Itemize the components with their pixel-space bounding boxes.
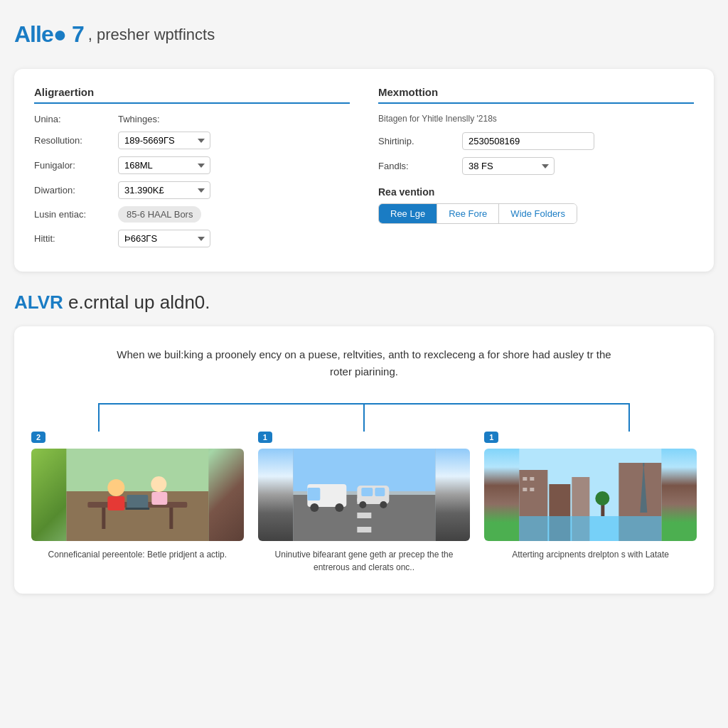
resolution-label: Resollution:: [34, 135, 112, 146]
hittit-label: Hittit:: [34, 233, 112, 244]
svg-rect-3: [102, 508, 105, 529]
v-line-right: [628, 403, 630, 432]
fandls-label: Fandls:: [378, 161, 456, 171]
row-shirtinip: Shirtinip. 2530508169: [378, 132, 694, 150]
unina-label: Unina:: [34, 114, 112, 124]
svg-point-39: [596, 491, 610, 505]
config-grid: Aligraertion Unina: Twhinges: Resollutio…: [34, 86, 694, 255]
resolution-select[interactable]: 189-5669ΓS: [118, 132, 210, 149]
diagram-card-3: 1: [484, 432, 697, 574]
card-3-caption: Atterting arcipnents drelpton s with Lat…: [512, 548, 669, 561]
svg-rect-18: [307, 488, 320, 500]
svg-point-25: [380, 501, 387, 508]
svg-point-24: [359, 501, 366, 508]
row-fandls: Fandls: 38 FS: [378, 157, 694, 175]
funigalor-select[interactable]: 168ML: [118, 156, 210, 174]
card-1-caption: Conneficanial pereentole: Betle pridjent…: [48, 548, 228, 561]
svg-rect-36: [523, 488, 528, 491]
diagram-image-1: [31, 449, 244, 541]
btn-ree-lge[interactable]: Ree Lge: [379, 204, 437, 223]
svg-rect-35: [530, 477, 535, 481]
app-logo: Alle● 7: [14, 21, 84, 48]
step-badge-2: 1: [258, 432, 272, 443]
hittit-select[interactable]: Þ663ΓS: [118, 230, 210, 247]
shirtinip-label: Shirtinip.: [378, 136, 456, 146]
btn-ree-fore[interactable]: Ree Fore: [437, 204, 499, 223]
heading-rest: e.crntal up aldn0.: [63, 291, 210, 313]
rea-vention-btn-group: Ree Lge Ree Fore Wide Folders: [378, 203, 577, 224]
step-badge-1: 2: [31, 432, 46, 443]
diagram: 2: [31, 403, 697, 574]
svg-rect-9: [127, 495, 148, 509]
svg-rect-16: [357, 527, 371, 532]
svg-point-20: [335, 503, 343, 512]
card-2-caption: Uninutive bifearant gene geth ar precep …: [258, 548, 471, 574]
info-card: When we buil:king a proonely ency on a p…: [14, 326, 714, 594]
svg-point-7: [151, 476, 166, 492]
twhinges-value: Twhinges:: [118, 114, 196, 124]
step-badge-3: 1: [484, 432, 498, 443]
left-section-title: Aligraertion: [34, 86, 350, 98]
funigalor-label: Funigalor:: [34, 160, 112, 171]
svg-rect-4: [169, 508, 173, 529]
svg-rect-34: [523, 477, 528, 481]
right-section-note: Bitagen for Yhitle Inenslly '218s: [378, 114, 694, 124]
diagram-image-2: [258, 449, 471, 541]
left-section-divider: Aligraertion: [34, 86, 350, 104]
section2-heading: ALVR e.crntal up aldn0.: [14, 291, 210, 313]
diwartion-label: Diwartion:: [34, 185, 112, 196]
info-description: When we buil:king a proonely ency on a p…: [115, 346, 613, 380]
row-funigalor: Funigalor: 168ML: [34, 156, 350, 174]
svg-rect-31: [520, 516, 662, 541]
btn-wide-folders[interactable]: Wide Folders: [499, 204, 577, 223]
app-subtitle: , presher wptfincts: [88, 26, 215, 44]
v-line-left: [98, 403, 100, 432]
connector-top: [98, 403, 631, 432]
svg-rect-8: [151, 492, 167, 505]
right-section-title: Mexmottion: [378, 86, 694, 98]
row-resolution: Resollution: 189-5669ΓS: [34, 132, 350, 149]
svg-rect-37: [530, 488, 535, 491]
svg-point-5: [107, 479, 124, 496]
svg-rect-6: [107, 496, 124, 510]
diwartion-select[interactable]: 31.390K£: [118, 181, 210, 199]
diagram-card-1: 2: [31, 432, 244, 574]
left-config-column: Aligraertion Unina: Twhinges: Resollutio…: [34, 86, 350, 255]
shirtinip-input[interactable]: 2530508169: [462, 132, 594, 150]
svg-rect-23: [375, 488, 385, 496]
lusin-badge: 85-6 HAAL Bors: [118, 206, 201, 223]
cards-row: 2: [31, 432, 697, 574]
svg-rect-22: [361, 488, 373, 496]
right-section-divider: Mexmottion: [378, 86, 694, 104]
svg-point-19: [310, 503, 318, 512]
svg-rect-15: [357, 513, 371, 518]
heading-blue: ALVR: [14, 291, 63, 313]
right-config-column: Mexmottion Bitagen for Yhitle Inenslly '…: [378, 86, 694, 255]
fandls-select[interactable]: 38 FS: [462, 157, 555, 175]
btn-group-label: Rea vention: [378, 186, 694, 198]
row-hittit: Hittit: Þ663ΓS: [34, 230, 350, 247]
diagram-card-2: 1: [258, 432, 471, 574]
config-card: Aligraertion Unina: Twhinges: Resollutio…: [14, 69, 714, 272]
v-line-center: [363, 403, 365, 432]
svg-rect-10: [125, 508, 149, 510]
lusin-label: Lusin entiac:: [34, 209, 112, 220]
row-lusin: Lusin entiac: 85-6 HAAL Bors: [34, 206, 350, 223]
section2-heading-container: ALVR e.crntal up aldn0.: [14, 291, 714, 314]
btn-group-container: Rea vention Ree Lge Ree Fore Wide Folder…: [378, 186, 694, 224]
diagram-image-3: [484, 449, 697, 541]
app-header: Alle● 7 , presher wptfincts: [14, 14, 714, 55]
row-diwartion: Diwartion: 31.390K£: [34, 181, 350, 199]
row-unina: Unina: Twhinges:: [34, 114, 350, 124]
